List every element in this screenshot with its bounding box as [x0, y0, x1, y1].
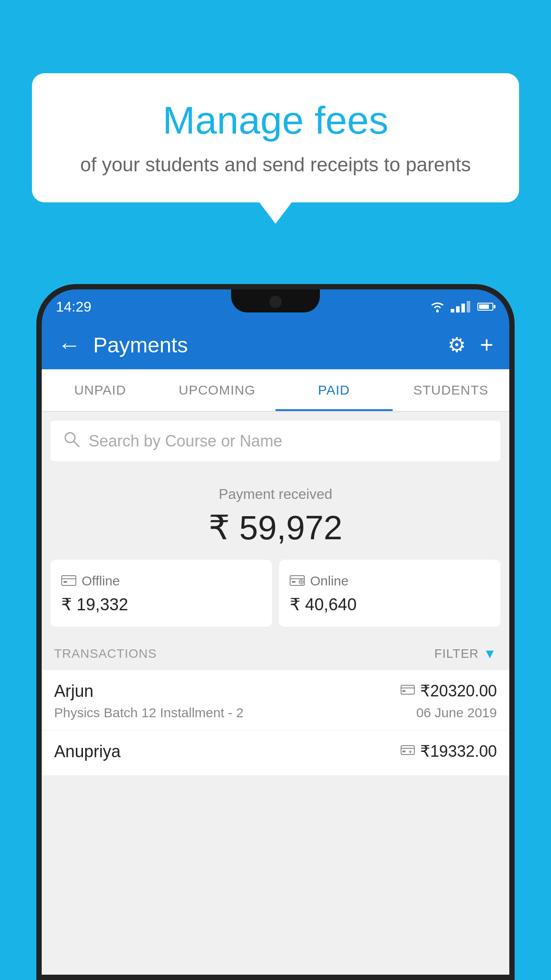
bubble-subtitle: of your students and send receipts to pa… [59, 154, 492, 176]
svg-rect-14 [402, 690, 405, 692]
settings-button[interactable]: ⚙ [448, 333, 466, 357]
tab-upcoming[interactable]: UPCOMING [159, 369, 276, 411]
table-row[interactable]: Arjun ₹20320.00 Physics Batch 1 [42, 670, 509, 731]
status-icons [429, 300, 493, 313]
signal-icon [451, 301, 470, 312]
transaction-amount: ₹20320.00 [420, 682, 497, 700]
transaction-name: Anupriya [54, 742, 121, 761]
transaction-course: Physics Batch 12 Installment - 2 [54, 705, 244, 720]
transactions-label: TRANSACTIONS [54, 647, 157, 661]
online-icon [290, 572, 305, 589]
svg-rect-12 [401, 685, 414, 694]
wifi-icon [429, 300, 445, 313]
transaction-amount: ₹19332.00 [420, 742, 497, 761]
payment-total-amount: ₹ 59,972 [51, 508, 500, 547]
status-time: 14:29 [56, 299, 91, 315]
filter-icon: ▼ [483, 646, 497, 661]
offline-label: Offline [82, 573, 120, 589]
search-bar[interactable]: Search by Course or Name [51, 421, 500, 461]
svg-rect-8 [292, 581, 295, 583]
payment-cards: Offline ₹ 19,332 [42, 560, 509, 637]
svg-rect-17 [402, 751, 405, 752]
battery-icon [477, 303, 493, 311]
bubble-title: Manage fees [59, 98, 492, 143]
app-title: Payments [93, 333, 448, 357]
search-icon [63, 431, 80, 451]
payment-received-label: Payment received [51, 486, 500, 502]
search-placeholder: Search by Course or Name [89, 432, 282, 450]
tabs: UNPAID UPCOMING PAID STUDENTS [42, 369, 509, 412]
svg-line-2 [74, 441, 79, 447]
table-row[interactable]: Anupriya ₹19332.00 [42, 731, 509, 776]
screen-body: Search by Course or Name Payment receive… [42, 412, 509, 975]
tab-paid[interactable]: PAID [276, 369, 393, 411]
offline-payment-icon [401, 744, 415, 759]
svg-rect-5 [63, 581, 67, 583]
filter-button[interactable]: FILTER ▼ [434, 646, 497, 661]
svg-rect-15 [401, 746, 414, 755]
online-amount: ₹ 40,640 [290, 595, 490, 614]
speech-bubble: Manage fees of your students and send re… [32, 73, 519, 202]
back-button[interactable]: ← [58, 332, 81, 358]
transaction-date: 06 June 2019 [416, 705, 497, 720]
app-bar: ← Payments ⚙ + [42, 320, 509, 369]
transaction-amount-wrap: ₹19332.00 [401, 742, 497, 761]
add-button[interactable]: + [480, 332, 493, 358]
offline-amount: ₹ 19,332 [61, 595, 261, 614]
online-label: Online [310, 573, 349, 589]
transaction-name: Arjun [54, 682, 94, 701]
phone-frame: 14:29 [36, 284, 515, 980]
offline-card: Offline ₹ 19,332 [51, 560, 272, 627]
tab-unpaid[interactable]: UNPAID [42, 369, 159, 411]
svg-point-0 [436, 310, 439, 312]
offline-icon [61, 572, 76, 589]
tab-students[interactable]: STUDENTS [393, 369, 510, 411]
transactions-header: TRANSACTIONS FILTER ▼ [42, 637, 509, 670]
payment-summary: Payment received ₹ 59,972 [42, 470, 509, 560]
transaction-amount-wrap: ₹20320.00 [401, 682, 497, 700]
svg-rect-3 [62, 576, 76, 585]
notch [231, 289, 320, 312]
online-payment-icon [401, 684, 415, 699]
camera [269, 296, 282, 308]
filter-label: FILTER [434, 647, 479, 661]
online-card: Online ₹ 40,640 [279, 560, 500, 627]
